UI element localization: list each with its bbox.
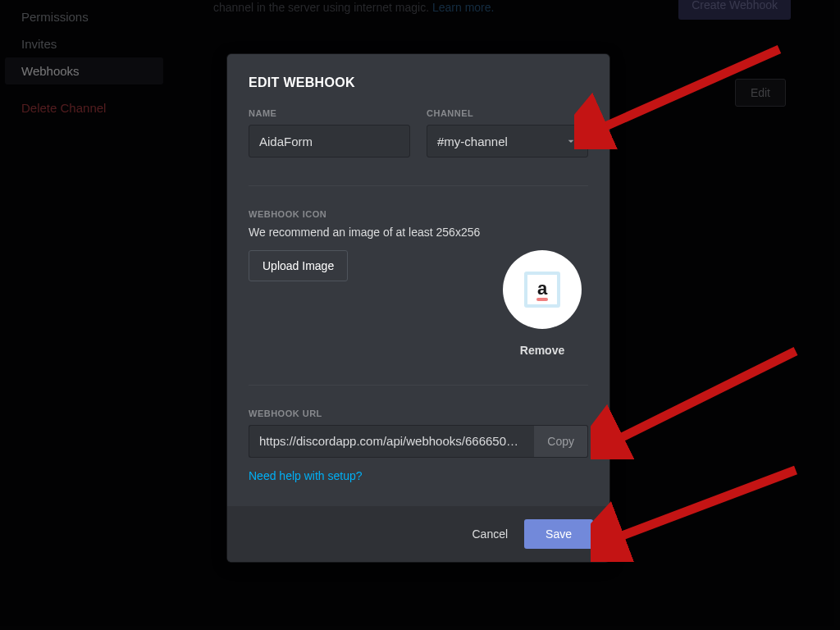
avatar-underline <box>536 298 548 301</box>
edit-webhook-modal: EDIT WEBHOOK NAME CHANNEL #my-channel WE… <box>227 54 609 562</box>
copy-url-button[interactable]: Copy <box>534 425 588 458</box>
divider <box>249 385 588 386</box>
modal-title: EDIT WEBHOOK <box>249 75 588 90</box>
webhook-icon-label: WEBHOOK ICON <box>249 209 588 219</box>
remove-image-button[interactable]: Remove <box>520 344 564 357</box>
webhook-url-label: WEBHOOK URL <box>249 409 588 418</box>
name-input[interactable] <box>249 125 410 158</box>
chevron-down-icon <box>564 135 578 148</box>
avatar-letter: a <box>537 278 547 299</box>
cancel-button-label: Cancel <box>472 527 508 541</box>
upload-image-label: Upload Image <box>262 259 334 272</box>
webhook-avatar[interactable]: a <box>503 250 582 329</box>
help-link[interactable]: Need help with setup? <box>249 469 363 482</box>
divider <box>249 185 588 186</box>
cancel-button[interactable]: Cancel <box>472 527 508 541</box>
save-button-label: Save <box>546 527 572 541</box>
webhook-icon-description: We recommend an image of at least 256x25… <box>249 226 588 239</box>
save-button[interactable]: Save <box>524 519 593 549</box>
help-link-label: Need help with setup? <box>249 469 363 482</box>
name-label: NAME <box>249 108 410 118</box>
avatar-icon: a <box>524 272 560 308</box>
webhook-url-field[interactable]: https://discordapp.com/api/webhooks/6666… <box>249 425 534 458</box>
channel-select[interactable]: #my-channel <box>427 125 588 158</box>
remove-image-label: Remove <box>520 344 564 357</box>
upload-image-button[interactable]: Upload Image <box>249 250 348 281</box>
channel-label: CHANNEL <box>427 108 588 118</box>
channel-selected-value: #my-channel <box>437 135 508 148</box>
copy-url-label: Copy <box>547 435 574 448</box>
modal-footer: Cancel Save <box>227 506 609 562</box>
